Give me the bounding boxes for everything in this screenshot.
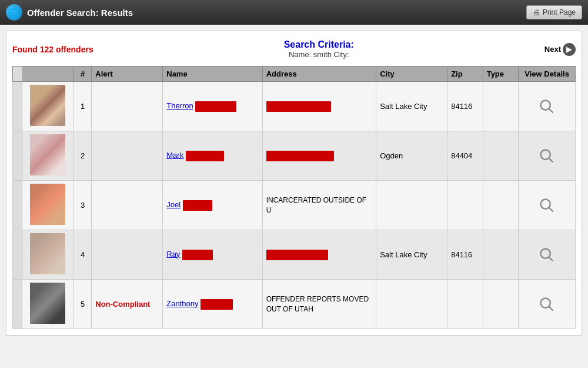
view-details-cell[interactable] [519, 131, 576, 181]
view-details-cell[interactable] [519, 280, 576, 329]
offender-photo [22, 280, 74, 329]
view-details-icon[interactable] [522, 148, 572, 164]
table-row: 2 Mark Ogden 84404 [13, 131, 576, 181]
svg-point-0 [541, 100, 550, 110]
zip-cell [447, 181, 483, 230]
type-cell [483, 131, 518, 181]
offender-name-cell: Ray [163, 230, 262, 280]
offender-name-link[interactable]: Mark [166, 151, 183, 160]
offender-name-link[interactable]: Ray [166, 250, 180, 258]
row-number: 1 [74, 82, 92, 131]
print-label: Print Page [543, 8, 576, 16]
zip-cell: 84404 [447, 131, 483, 181]
zip-cell: 84116 [447, 82, 483, 131]
magnifier-icon [539, 148, 555, 164]
col-indicator [13, 67, 22, 82]
address-cell: OFFENDER REPORTS MOVED OUT OF UTAH [262, 280, 376, 329]
search-criteria-title: Search Criteria: [284, 39, 354, 50]
globe-icon: 🌐 [6, 4, 22, 21]
search-criteria-block: Search Criteria: Name: smith City: [284, 39, 354, 59]
type-cell [483, 280, 518, 329]
address-redacted [266, 101, 331, 112]
view-details-cell[interactable] [519, 181, 576, 230]
address-text: OFFENDER REPORTS MOVED OUT OF UTAH [266, 295, 369, 313]
table-row: 3 Joel INCARCERATED OUTSIDE OF U [13, 181, 576, 230]
view-details-icon[interactable] [522, 197, 572, 214]
table-row: 5 Non-Compliant Zanthony OFFENDER REPORT… [13, 280, 576, 329]
address-cell [262, 230, 376, 280]
col-number: # [74, 67, 92, 82]
zip-cell [447, 280, 483, 329]
offender-name-cell: Zanthony [163, 280, 262, 329]
offender-name-link[interactable]: Zanthony [166, 299, 198, 308]
col-alert: Alert [92, 67, 163, 82]
alert-cell [92, 131, 163, 181]
city-cell: Salt Lake City [376, 82, 447, 131]
row-number: 3 [74, 181, 92, 230]
city-cell [376, 280, 447, 329]
name-redacted [201, 299, 233, 310]
found-count: Found 122 offenders [12, 45, 93, 54]
row-indicator [13, 131, 22, 181]
main-content: Found 122 offenders Search Criteria: Nam… [6, 31, 582, 336]
next-button[interactable]: Next ▶ [544, 43, 576, 56]
col-type: Type [483, 67, 518, 82]
table-row: 1 Therron Salt Lake City 84116 [13, 82, 576, 131]
type-cell [483, 82, 518, 131]
offender-name-link[interactable]: Joel [166, 200, 181, 209]
next-arrow-icon: ▶ [563, 43, 576, 56]
address-text: INCARCERATED OUTSIDE OF U [266, 196, 366, 214]
alert-cell: Non-Compliant [92, 280, 163, 329]
view-details-icon[interactable] [522, 296, 572, 313]
view-details-cell[interactable] [519, 230, 576, 280]
page-title: Offender Search: Results [27, 8, 133, 18]
offender-photo [22, 82, 74, 131]
view-details-cell[interactable] [519, 82, 576, 131]
col-address: Address [262, 67, 376, 82]
magnifier-icon [539, 98, 555, 115]
row-indicator [13, 181, 22, 230]
row-number: 5 [74, 280, 92, 329]
svg-point-8 [541, 298, 550, 307]
address-cell: INCARCERATED OUTSIDE OF U [262, 181, 376, 230]
results-table: # Alert Name Address City Zip Type View … [12, 66, 576, 329]
alert-cell [92, 230, 163, 280]
magnifier-icon [539, 296, 555, 313]
offender-photo [22, 181, 74, 230]
title-bar-left: 🌐 Offender Search: Results [6, 4, 133, 21]
alert-cell [92, 82, 163, 131]
offender-photo [22, 131, 74, 181]
col-zip: Zip [447, 67, 483, 82]
photo-image [30, 134, 65, 175]
row-number: 4 [74, 230, 92, 280]
photo-image [30, 184, 65, 225]
name-redacted [186, 151, 224, 161]
col-view-details: View Details [519, 67, 576, 82]
svg-line-9 [549, 306, 553, 310]
offender-name-cell: Joel [163, 181, 262, 230]
name-redacted [182, 250, 213, 260]
name-redacted [195, 101, 236, 112]
col-name: Name [163, 67, 262, 82]
title-bar: 🌐 Offender Search: Results 🖨 Print Page [0, 0, 588, 25]
print-button[interactable]: 🖨 Print Page [526, 5, 582, 19]
row-indicator [13, 82, 22, 131]
alert-status: Non-Compliant [95, 300, 150, 309]
offender-name-link[interactable]: Therron [166, 101, 193, 110]
address-redacted [266, 250, 328, 260]
address-cell [262, 82, 376, 131]
city-cell [376, 181, 447, 230]
col-city: City [376, 67, 447, 82]
view-details-icon[interactable] [522, 98, 572, 115]
city-cell: Ogden [376, 131, 447, 181]
table-row: 4 Ray Salt Lake City 84116 [13, 230, 576, 280]
svg-point-6 [541, 248, 550, 258]
svg-line-7 [549, 257, 553, 261]
row-indicator [13, 230, 22, 280]
search-criteria-detail: Name: smith City: [284, 50, 354, 59]
col-photo [22, 67, 74, 82]
city-cell: Salt Lake City [376, 230, 447, 280]
view-details-icon[interactable] [522, 247, 572, 263]
name-redacted [183, 200, 212, 211]
alert-cell [92, 181, 163, 230]
